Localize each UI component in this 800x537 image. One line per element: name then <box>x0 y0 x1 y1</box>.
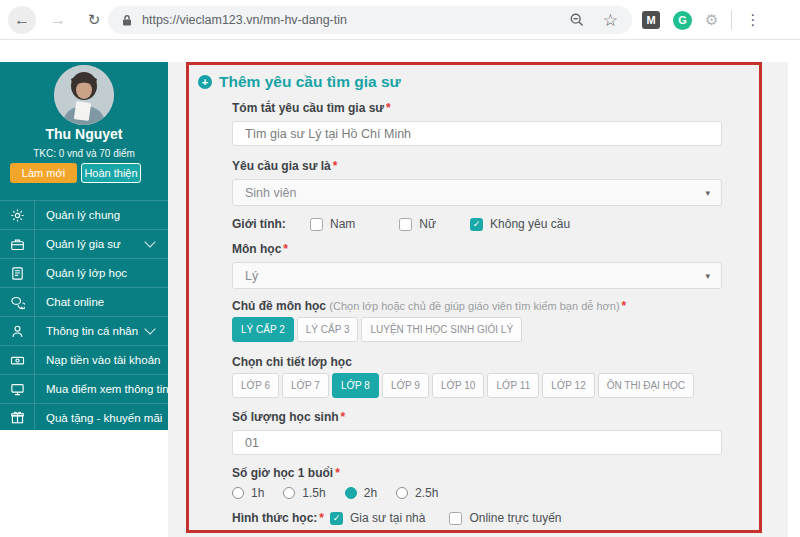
class-button-lop-12[interactable]: LỚP 12 <box>542 373 595 398</box>
session-hours-label: Số giờ học 1 buổi* <box>232 466 722 481</box>
class-button-lop-8[interactable]: LỚP 8 <box>332 373 379 398</box>
sidebar-item-tutor-management[interactable]: Quản lý gia sư <box>0 229 168 258</box>
complete-profile-button[interactable]: Hoàn thiện <box>81 163 141 183</box>
option-label: 2.5h <box>415 486 438 500</box>
topic-button-ly-cap-3[interactable]: LÝ CẤP 3 <box>297 317 359 342</box>
tutor-type-value: Sinh viên <box>245 186 296 200</box>
gender-label: Giới tính: <box>232 217 310 232</box>
summary-label: Tóm tắt yêu cầu tìm gia sư* <box>232 101 722 116</box>
sidebar-item-label: Thông tin cá nhân <box>35 317 146 345</box>
gender-option-nam[interactable]: Nam <box>310 217 355 231</box>
option-label: 2h <box>364 486 377 500</box>
required-asterisk: * <box>319 511 324 525</box>
sidebar-item-label: Nạp tiền vào tài khoản <box>35 346 168 374</box>
required-asterisk: * <box>622 299 627 313</box>
back-icon: ← <box>14 11 30 29</box>
option-label: Không yêu cầu <box>490 217 570 231</box>
class-button-lop-6[interactable]: LỚP 6 <box>232 373 279 398</box>
sidebar-item-general-management[interactable]: Quản lý chung <box>0 200 168 229</box>
option-label: Gia sư tại nhà <box>350 511 425 525</box>
bookmark-star-icon[interactable]: ☆ <box>603 10 618 31</box>
toolbar-divider <box>731 10 732 30</box>
checkbox-unchecked[interactable] <box>310 218 323 231</box>
sidebar-item-personal-info[interactable]: Thông tin cá nhân <box>0 316 168 345</box>
money-icon <box>0 346 35 374</box>
format-label: Hình thức học:* <box>232 511 330 526</box>
sidebar-item-class-management[interactable]: Quản lý lớp học <box>0 258 168 287</box>
summary-input[interactable]: Tìm gia sư Lý tại Hồ Chí Minh <box>232 121 722 146</box>
zoom-icon[interactable] <box>569 12 585 28</box>
gender-option-nu[interactable]: Nữ <box>399 217 436 231</box>
gender-row: Giới tính: Nam Nữ ✓ Không yêu cầu <box>232 215 722 233</box>
sidebar-item-label: Mua điểm xem thông tin <box>35 375 169 403</box>
radio-selected[interactable] <box>345 487 357 499</box>
sidebar-item-gifts[interactable]: Quà tặng - khuyến mãi <box>0 403 168 432</box>
extensions-cluster: M G ⚙ ⋮ <box>642 0 760 40</box>
session-hours-row: 1h 1.5h 2h 2.5h <box>232 484 722 502</box>
topic-button-ly-cap-2[interactable]: LÝ CẤP 2 <box>232 317 294 342</box>
radio-unselected[interactable] <box>232 487 244 499</box>
hours-option-2-5h[interactable]: 2.5h <box>396 486 438 500</box>
briefcase-icon <box>0 230 35 258</box>
browser-menu-icon[interactable]: ⋮ <box>745 11 760 29</box>
option-label: Nam <box>330 217 355 231</box>
reload-icon: ↻ <box>88 11 101 29</box>
subject-value: Lý <box>245 269 258 283</box>
class-button-lop-9[interactable]: LỚP 9 <box>382 373 429 398</box>
caret-down-icon: ▾ <box>705 187 710 197</box>
radio-unselected[interactable] <box>283 487 295 499</box>
gift-icon <box>0 404 35 431</box>
form-title-row: + Thêm yêu cầu tìm gia sư <box>198 71 722 93</box>
format-option-online[interactable]: Online trực tuyến <box>449 511 561 525</box>
format-row: Hình thức học:* ✓ Gia sư tại nhà Online … <box>232 509 722 527</box>
add-tutor-request-form: + Thêm yêu cầu tìm gia sư Tóm tắt yêu cầ… <box>186 62 762 533</box>
checkbox-unchecked[interactable] <box>399 218 412 231</box>
hours-option-1h[interactable]: 1h <box>232 486 264 500</box>
monitor-icon <box>0 375 35 403</box>
hours-option-2h[interactable]: 2h <box>345 486 377 500</box>
grammarly-icon[interactable]: G <box>673 11 692 30</box>
format-option-home[interactable]: ✓ Gia sư tại nhà <box>330 511 425 525</box>
topic-buttons: LÝ CẤP 2 LÝ CẤP 3 LUYỆN THI HỌC SINH GIỎ… <box>232 317 722 342</box>
sidebar-item-buy-points[interactable]: Mua điểm xem thông tin <box>0 374 168 403</box>
back-button[interactable]: ← <box>8 6 36 34</box>
topic-label: Chủ đề môn học (Chọn lớp hoặc chủ đề giú… <box>232 299 722 314</box>
sidebar-item-deposit[interactable]: Nạp tiền vào tài khoản <box>0 345 168 374</box>
class-button-lop-10[interactable]: LỚP 10 <box>432 373 485 398</box>
refresh-button[interactable]: Làm mới <box>10 163 77 183</box>
chat-icon <box>0 288 35 316</box>
sidebar-item-label: Quản lý lớp học <box>35 259 168 287</box>
avatar[interactable] <box>54 65 114 125</box>
plus-circle-icon: + <box>198 75 212 89</box>
option-label: 1.5h <box>302 486 325 500</box>
student-count-label: Số lượng học sinh* <box>232 410 722 425</box>
checkbox-checked[interactable]: ✓ <box>330 512 343 525</box>
checkbox-unchecked[interactable] <box>449 512 462 525</box>
class-button-lop-11[interactable]: LỚP 11 <box>487 373 539 398</box>
hours-option-1-5h[interactable]: 1.5h <box>283 486 325 500</box>
topic-hint: (Chọn lớp hoặc chủ đề giúp giáo viên tìm… <box>329 300 619 312</box>
browser-toolbar: ← → ↻ https://vieclam123.vn/mn-hv-dang-t… <box>0 0 800 40</box>
class-button-lop-7[interactable]: LỚP 7 <box>282 373 329 398</box>
sidebar-item-label: Quà tặng - khuyến mãi <box>35 404 168 431</box>
subject-select[interactable]: Lý ▾ <box>232 262 722 289</box>
settings-gear-icon[interactable]: ⚙ <box>705 11 718 29</box>
topic-button-luyen-thi[interactable]: LUYỆN THI HỌC SINH GIỎI LÝ <box>361 317 522 342</box>
address-bar[interactable]: https://vieclam123.vn/mn-hv-dang-tin ☆ <box>108 6 632 34</box>
url-text[interactable]: https://vieclam123.vn/mn-hv-dang-tin <box>142 13 569 27</box>
class-button-on-thi-dai-hoc[interactable]: ÔN THI ĐẠI HỌC <box>598 373 694 398</box>
sidebar-item-chat-online[interactable]: Chat online <box>0 287 168 316</box>
student-count-input[interactable]: 01 <box>232 430 722 455</box>
gender-option-any[interactable]: ✓ Không yêu cầu <box>470 217 570 231</box>
reload-button[interactable]: ↻ <box>80 6 108 34</box>
radio-unselected[interactable] <box>396 487 408 499</box>
checkbox-checked[interactable]: ✓ <box>470 218 483 231</box>
required-asterisk: * <box>386 101 391 115</box>
summary-value: Tìm gia sư Lý tại Hồ Chí Minh <box>245 127 411 141</box>
forward-button[interactable]: → <box>44 6 72 34</box>
lock-icon <box>121 14 133 27</box>
extension-m-icon[interactable]: M <box>642 11 660 29</box>
tutor-type-select[interactable]: Sinh viên ▾ <box>232 179 722 206</box>
sidebar-menu: Quản lý chung Quản lý gia sư Quản lý lớp… <box>0 200 168 432</box>
subject-label: Môn học* <box>232 242 722 257</box>
